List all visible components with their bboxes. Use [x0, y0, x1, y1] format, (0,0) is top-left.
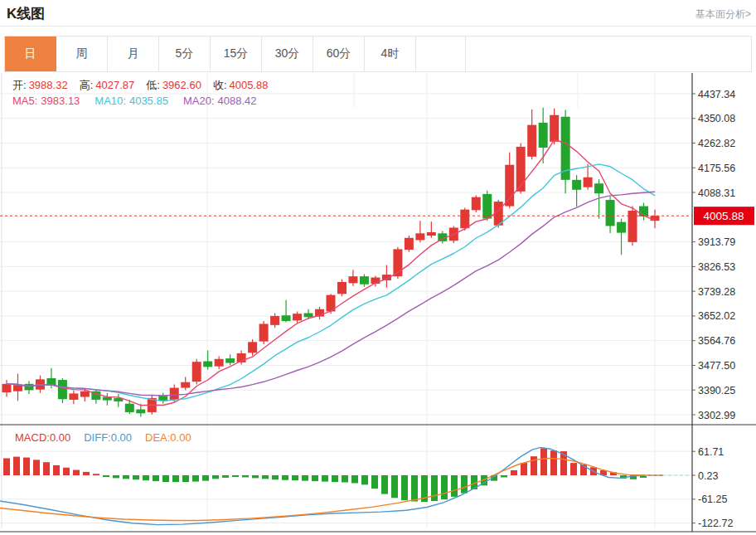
candle-body	[203, 362, 212, 367]
candle-body	[136, 410, 145, 414]
candle-body	[482, 194, 492, 219]
macd-bar	[13, 457, 20, 475]
candle-body	[24, 384, 33, 391]
y-tick-label: 3477.50	[698, 360, 735, 372]
macd-tick-label: -122.72	[698, 518, 733, 529]
y-axis: 4437.344350.084262.824175.564088.313913.…	[692, 89, 735, 530]
macd-bar	[3, 458, 10, 475]
macd-bar	[123, 475, 129, 479]
candle-body	[125, 404, 134, 412]
macd-bar	[162, 475, 169, 482]
tab-4时[interactable]: 4时	[365, 36, 416, 71]
y-tick-label: 3826.53	[698, 261, 735, 273]
candle-body	[628, 211, 637, 242]
macd-bar	[272, 475, 279, 479]
tab-月[interactable]: 月	[108, 36, 159, 71]
candle-body	[606, 200, 615, 226]
macd-bar	[262, 475, 269, 479]
candle-body	[13, 385, 22, 392]
macd-bar	[521, 463, 527, 475]
macd-bar	[212, 475, 219, 479]
candle-body	[170, 388, 179, 400]
macd-bar	[342, 475, 348, 483]
candle-body	[594, 183, 603, 193]
candle-body	[2, 384, 12, 392]
macd-bar	[322, 475, 328, 482]
pane-borders	[0, 73, 756, 532]
page-header: K线图 基本面分析>	[7, 4, 751, 23]
ma-info-row: MA5:3983.13MA10:4035.85MA20:4088.42	[12, 95, 257, 107]
macd-bar	[232, 475, 239, 477]
tab-周[interactable]: 周	[56, 36, 108, 71]
candle-body	[304, 314, 313, 318]
y-tick-label: 3913.79	[698, 236, 735, 248]
page-title: K线图	[7, 4, 45, 23]
macd-bar	[312, 475, 318, 481]
macd-tick-label: 61.71	[698, 446, 724, 458]
y-tick-label: 3652.02	[698, 310, 735, 322]
macd-bar	[351, 475, 358, 483]
ohlc-info-row: 开:3988.32高:4027.87低:3962.60收:4005.88	[12, 79, 269, 91]
candle-body	[192, 362, 201, 382]
tab-日[interactable]: 日	[5, 36, 56, 71]
y-tick-label: 4262.82	[698, 138, 735, 149]
macd-bar	[202, 475, 209, 481]
candle-body	[405, 238, 414, 250]
y-tick-label: 4350.08	[698, 113, 735, 124]
candle-body	[337, 282, 346, 294]
candle-body	[225, 358, 235, 362]
candle-body	[248, 342, 257, 353]
candle-body	[550, 115, 559, 142]
macd-bar	[332, 475, 338, 482]
macd-bar	[441, 475, 448, 499]
candle-body	[427, 232, 436, 236]
tab-5分[interactable]: 5分	[159, 36, 211, 71]
macd-bar	[33, 460, 40, 475]
candle-body	[572, 180, 581, 190]
macd-bar	[431, 475, 438, 501]
y-tick-label: 3739.28	[698, 286, 735, 298]
kline-chart: 4005.884437.344350.084262.824175.564088.…	[0, 73, 756, 535]
candle-body	[360, 276, 369, 285]
candle-body	[69, 393, 78, 400]
macd-bar	[83, 472, 90, 475]
interval-tab-bar: 日周月5分15分30分60分4时	[4, 36, 752, 72]
macd-bar	[461, 475, 468, 494]
header-divider	[0, 26, 756, 27]
candle-body	[259, 323, 269, 341]
y-tick-label: 4088.31	[698, 187, 735, 199]
macd-bar	[570, 463, 577, 475]
candle-body	[348, 276, 357, 283]
tab-60分[interactable]: 60分	[313, 36, 365, 71]
candle-body	[415, 233, 424, 240]
macd-bar	[53, 465, 60, 475]
fundamental-analysis-link[interactable]: 基本面分析>	[695, 7, 751, 22]
macd-bar	[43, 462, 50, 475]
candle-body	[639, 207, 648, 216]
candle-body	[215, 359, 224, 367]
macd-bar	[252, 475, 259, 478]
candle-body	[617, 222, 626, 233]
tab-30分[interactable]: 30分	[262, 36, 313, 71]
macd-bar	[451, 475, 458, 497]
macd-bar	[153, 475, 159, 481]
macd-bar	[550, 450, 557, 475]
candle-body	[539, 123, 548, 148]
macd-bar	[501, 475, 507, 477]
candle-body	[472, 197, 481, 211]
macd-bar	[192, 475, 199, 482]
tab-15分[interactable]: 15分	[211, 36, 262, 71]
macd-bar	[93, 474, 99, 475]
macd-bar	[381, 475, 388, 494]
macd-bar	[103, 475, 109, 477]
candle-body	[270, 316, 279, 325]
candle-body	[584, 178, 593, 187]
macd-bar	[511, 470, 517, 475]
macd-bar	[63, 468, 70, 475]
candle-body	[527, 125, 536, 157]
y-tick-label: 4437.34	[698, 89, 735, 100]
candle-body	[505, 165, 514, 207]
macd-tick-label: -61.25	[698, 494, 727, 505]
candle-body	[80, 392, 90, 397]
kline-page: K线图 基本面分析> 日周月5分15分30分60分4时 4005.884437.…	[0, 0, 756, 535]
